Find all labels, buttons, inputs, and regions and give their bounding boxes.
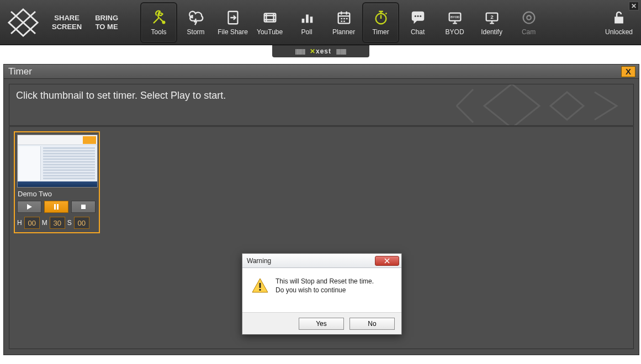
- svg-point-10: [420, 15, 421, 17]
- close-icon: [384, 258, 390, 264]
- toolbar-items: Tools Storm File Share: [140, 2, 547, 43]
- bring-to-me-button[interactable]: BRING TO ME: [89, 14, 124, 31]
- stop-button[interactable]: [71, 201, 96, 213]
- toolbar-item-youtube[interactable]: YouTube: [251, 2, 288, 43]
- seconds-field[interactable]: 00: [74, 217, 89, 229]
- toolbar-item-label: BYOD: [446, 28, 464, 36]
- svg-rect-18: [57, 204, 59, 210]
- warning-triangle-icon: [251, 277, 269, 297]
- toolbar-item-label: File Share: [218, 28, 248, 36]
- svg-rect-4: [306, 14, 309, 23]
- toolbar-item-label: Identify: [481, 28, 502, 36]
- lock-label: Unlocked: [605, 28, 633, 36]
- toolbar-item-label: Storm: [187, 28, 205, 36]
- toolbar-item-label: Tools: [151, 28, 167, 36]
- dialog-close-button[interactable]: [375, 256, 399, 266]
- toolbar-item-timer[interactable]: Timer: [362, 2, 399, 43]
- brand-handle[interactable]: |||||||||| ✕xest ||||||||||: [272, 45, 369, 57]
- brand-logo: [0, 8, 46, 37]
- calendar-icon: [334, 9, 354, 26]
- toolbar-item-tools[interactable]: Tools: [140, 2, 177, 43]
- toolbar-item-label: YouTube: [257, 28, 283, 36]
- monitor-byod-icon: BYOD: [445, 9, 465, 26]
- timer-card: Demo Two H 00 M 30 S 00: [14, 131, 100, 233]
- svg-rect-5: [310, 17, 312, 23]
- app-close-button[interactable]: ✕: [629, 2, 639, 10]
- svg-rect-17: [54, 204, 56, 210]
- dialog-no-button[interactable]: No: [349, 318, 395, 330]
- svg-text:BYOD: BYOD: [450, 15, 459, 19]
- client-thumbnail[interactable]: [17, 135, 98, 188]
- dialog-yes-button[interactable]: Yes: [299, 318, 344, 330]
- svg-point-15: [523, 12, 534, 24]
- svg-point-8: [414, 15, 416, 17]
- toolbar-item-poll[interactable]: Poll: [288, 2, 325, 43]
- stop-icon: [80, 203, 87, 211]
- toolbar-item-byod[interactable]: BYOD BYOD: [436, 2, 473, 43]
- film-icon: [260, 9, 280, 26]
- toolbar-item-label: Chat: [411, 28, 425, 36]
- toolbar-item-label: Cam: [522, 28, 536, 36]
- top-toolbar: ✕ SHARE SCREEN BRING TO ME Tools Storm: [0, 0, 641, 45]
- svg-rect-3: [301, 19, 304, 23]
- thumbnail-caption: Demo Two: [18, 190, 97, 198]
- svg-rect-20: [259, 283, 261, 288]
- panel-close-button[interactable]: X: [621, 66, 635, 77]
- decoration-icon: [451, 84, 634, 126]
- toolbar-item-planner[interactable]: Planner: [325, 2, 362, 43]
- toolbar-item-fileshare[interactable]: File Share: [214, 2, 251, 43]
- toolbar-item-label: Timer: [372, 28, 389, 36]
- svg-rect-19: [81, 205, 86, 209]
- stopwatch-icon: [371, 9, 391, 26]
- share-screen-button[interactable]: SHARE SCREEN: [46, 14, 87, 31]
- dialog-message-line2: Do you wish to continue: [276, 286, 374, 295]
- instruction-bar: Click thumbnail to set timer. Select Pla…: [9, 84, 634, 126]
- toolbar-item-label: Planner: [332, 28, 355, 36]
- dialog-title: Warning: [247, 257, 271, 265]
- pause-icon: [52, 203, 60, 211]
- svg-text:2: 2: [490, 14, 493, 20]
- camera-icon: [519, 9, 539, 26]
- play-button[interactable]: [17, 201, 41, 213]
- svg-point-16: [527, 15, 531, 20]
- warning-dialog: Warning This will Stop and Reset the tim…: [242, 253, 402, 335]
- chat-bubble-icon: [408, 9, 428, 26]
- hours-label: H: [17, 219, 22, 227]
- monitor-number-icon: 2: [482, 9, 502, 26]
- hours-field[interactable]: 00: [24, 217, 40, 229]
- minutes-field[interactable]: 30: [50, 217, 65, 229]
- cloud-lightning-icon: [186, 9, 206, 26]
- seconds-label: S: [67, 219, 72, 227]
- bar-chart-icon: [297, 9, 317, 26]
- toolbar-item-identify[interactable]: 2 Identify: [473, 2, 510, 43]
- wrench-icon: [149, 9, 169, 26]
- dialog-message-line1: This will Stop and Reset the time.: [276, 277, 374, 286]
- instruction-text: Click thumbnail to set timer. Select Pla…: [16, 90, 226, 101]
- svg-point-9: [417, 15, 418, 17]
- panel-title: Timer: [8, 66, 32, 77]
- play-icon: [25, 203, 33, 211]
- toolbar-item-label: Poll: [301, 28, 312, 36]
- minutes-label: M: [42, 219, 47, 227]
- toolbar-item-cam[interactable]: Cam: [510, 2, 547, 43]
- file-arrow-icon: [223, 9, 243, 26]
- svg-rect-21: [259, 289, 261, 291]
- pause-button[interactable]: [44, 201, 68, 213]
- dialog-titlebar: Warning: [242, 254, 401, 268]
- lock-open-icon: [609, 9, 629, 26]
- toolbar-item-chat[interactable]: Chat: [399, 2, 436, 43]
- panel-titlebar: Timer X: [4, 65, 639, 79]
- toolbar-item-storm[interactable]: Storm: [177, 2, 214, 43]
